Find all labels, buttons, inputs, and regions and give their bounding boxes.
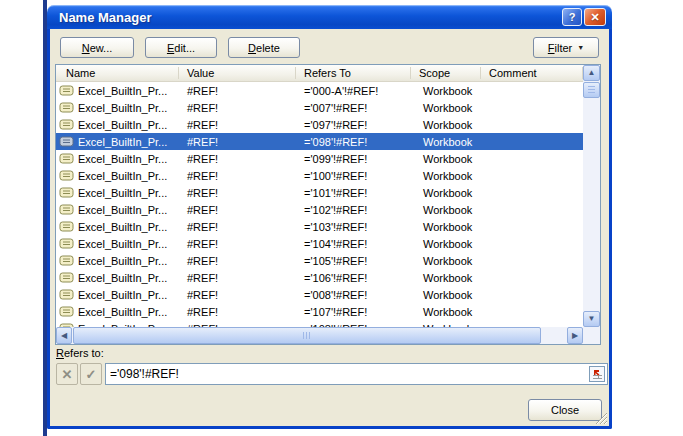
value-cell: #REF! — [179, 221, 296, 233]
scope-cell: Workbook — [411, 306, 481, 318]
dialog-title: Name Manager — [59, 10, 151, 25]
refers-to-cell: ='000-A'!#REF! — [296, 85, 411, 97]
value-cell: #REF! — [179, 153, 296, 165]
button-label: dit... — [174, 42, 195, 54]
scope-cell: Workbook — [411, 255, 481, 267]
horizontal-scroll-thumb[interactable] — [73, 327, 541, 344]
refers-to-cell: ='103'!#REF! — [296, 221, 411, 233]
scroll-right-button[interactable]: ▶ — [567, 327, 583, 344]
refers-to-cell: ='102'!#REF! — [296, 204, 411, 216]
name-cell: Excel_BuiltIn_Pr... — [56, 238, 179, 250]
horizontal-scrollbar[interactable]: ◀ ▶ — [56, 327, 583, 344]
column-header-comment[interactable]: Comment — [481, 65, 583, 81]
left-arrow-icon: ◀ — [61, 332, 67, 340]
name-tag-icon — [59, 255, 74, 266]
close-button[interactable]: Close — [528, 399, 602, 421]
x-icon: ✕ — [62, 367, 73, 382]
name-text: Excel_BuiltIn_Pr... — [78, 204, 167, 216]
scroll-left-button[interactable]: ◀ — [56, 327, 72, 344]
page: Name Manager ? ✕ New... Edit... Delete — [0, 0, 683, 436]
table-row[interactable]: Excel_BuiltIn_Pr...#REF!='007'!#REF!Work… — [56, 99, 583, 116]
refers-to-input[interactable] — [106, 364, 589, 384]
collapse-dialog-icon — [592, 369, 603, 380]
table-row[interactable]: Excel_BuiltIn_Pr...#REF!='101'!#REF!Work… — [56, 184, 583, 201]
value-cell: #REF! — [179, 238, 296, 250]
scope-cell: Workbook — [411, 153, 481, 165]
refers-to-cell: ='007'!#REF! — [296, 102, 411, 114]
name-text: Excel_BuiltIn_Pr... — [78, 238, 167, 250]
value-cell: #REF! — [179, 187, 296, 199]
collapse-dialog-button[interactable] — [589, 366, 605, 382]
name-tag-icon — [59, 85, 74, 96]
name-text: Excel_BuiltIn_Pr... — [78, 187, 167, 199]
table-row[interactable]: Excel_BuiltIn_Pr...#REF!='000-A'!#REF!Wo… — [56, 82, 583, 99]
refers-to-cell: ='106'!#REF! — [296, 272, 411, 284]
value-cell: #REF! — [179, 85, 296, 97]
new-button[interactable]: New... — [60, 37, 134, 58]
name-tag-icon — [59, 238, 74, 249]
vertical-scrollbar[interactable]: ▲ ▼ — [583, 65, 600, 327]
name-text: Excel_BuiltIn_Pr... — [78, 102, 167, 114]
table-row[interactable]: Excel_BuiltIn_Pr...#REF!='097'!#REF!Work… — [56, 116, 583, 133]
column-header-scope[interactable]: Scope — [411, 65, 481, 81]
refers-to-field — [105, 363, 608, 385]
name-text: Excel_BuiltIn_Pr... — [78, 255, 167, 267]
table-row[interactable]: Excel_BuiltIn_Pr...#REF!='099'!#REF!Work… — [56, 150, 583, 167]
table-row[interactable]: Excel_BuiltIn_Pr...#REF!='108'!#REF!Work… — [56, 320, 583, 327]
refers-to-cell: ='101'!#REF! — [296, 187, 411, 199]
name-cell: Excel_BuiltIn_Pr... — [56, 85, 179, 97]
table-row[interactable]: Excel_BuiltIn_Pr...#REF!='008'!#REF!Work… — [56, 286, 583, 303]
filter-button[interactable]: Filter ▼ — [533, 37, 599, 58]
scope-cell: Workbook — [411, 85, 481, 97]
table-row[interactable]: Excel_BuiltIn_Pr...#REF!='107'!#REF!Work… — [56, 303, 583, 320]
table-row[interactable]: Excel_BuiltIn_Pr...#REF!='103'!#REF!Work… — [56, 218, 583, 235]
name-cell: Excel_BuiltIn_Pr... — [56, 221, 179, 233]
dropdown-arrow-icon: ▼ — [577, 44, 584, 51]
name-cell: Excel_BuiltIn_Pr... — [56, 119, 179, 131]
refers-to-cell: ='107'!#REF! — [296, 306, 411, 318]
column-header-name[interactable]: Name — [56, 65, 179, 81]
column-header-refers-to[interactable]: Refers To — [296, 65, 411, 81]
up-arrow-icon: ▲ — [588, 69, 596, 77]
value-cell: #REF! — [179, 255, 296, 267]
refers-to-cell: ='104'!#REF! — [296, 238, 411, 250]
name-manager-dialog: Name Manager ? ✕ New... Edit... Delete — [47, 5, 612, 429]
name-tag-icon — [59, 170, 74, 181]
name-text: Excel_BuiltIn_Pr... — [78, 136, 167, 148]
delete-button[interactable]: Delete — [228, 37, 300, 58]
value-cell: #REF! — [179, 119, 296, 131]
button-label: F — [548, 42, 555, 54]
refers-to-cell: ='008'!#REF! — [296, 289, 411, 301]
scroll-up-button[interactable]: ▲ — [583, 65, 600, 81]
resize-grip[interactable] — [594, 411, 607, 424]
name-tag-icon — [59, 102, 74, 113]
name-tag-icon — [59, 153, 74, 164]
confirm-button[interactable]: ✓ — [80, 363, 102, 385]
cancel-button[interactable]: ✕ — [56, 363, 78, 385]
table-row[interactable]: Excel_BuiltIn_Pr...#REF!='105'!#REF!Work… — [56, 252, 583, 269]
column-header-value[interactable]: Value — [179, 65, 296, 81]
down-arrow-icon: ▼ — [588, 315, 596, 323]
titlebar-buttons: ? ✕ — [562, 8, 606, 26]
table-row[interactable]: Excel_BuiltIn_Pr...#REF!='100'!#REF!Work… — [56, 167, 583, 184]
help-button[interactable]: ? — [562, 8, 582, 26]
dialog-body: New... Edit... Delete Filter ▼ Name Valu… — [47, 29, 612, 429]
vertical-scroll-thumb[interactable] — [583, 82, 600, 98]
table-row[interactable]: Excel_BuiltIn_Pr...#REF!='098'!#REF!Work… — [56, 133, 583, 150]
scope-cell: Workbook — [411, 102, 481, 114]
table-row[interactable]: Excel_BuiltIn_Pr...#REF!='104'!#REF!Work… — [56, 235, 583, 252]
name-cell: Excel_BuiltIn_Pr... — [56, 153, 179, 165]
name-text: Excel_BuiltIn_Pr... — [78, 85, 167, 97]
scope-cell: Workbook — [411, 119, 481, 131]
value-cell: #REF! — [179, 136, 296, 148]
edit-button[interactable]: Edit... — [145, 37, 217, 58]
scope-cell: Workbook — [411, 187, 481, 199]
dialog-titlebar[interactable]: Name Manager ? ✕ — [47, 5, 612, 29]
table-row[interactable]: Excel_BuiltIn_Pr...#REF!='102'!#REF!Work… — [56, 201, 583, 218]
table-row[interactable]: Excel_BuiltIn_Pr...#REF!='106'!#REF!Work… — [56, 269, 583, 286]
name-text: Excel_BuiltIn_Pr... — [78, 272, 167, 284]
name-cell: Excel_BuiltIn_Pr... — [56, 255, 179, 267]
refers-to-cell: ='098'!#REF! — [296, 136, 411, 148]
scroll-down-button[interactable]: ▼ — [583, 311, 600, 327]
close-window-button[interactable]: ✕ — [584, 8, 606, 26]
